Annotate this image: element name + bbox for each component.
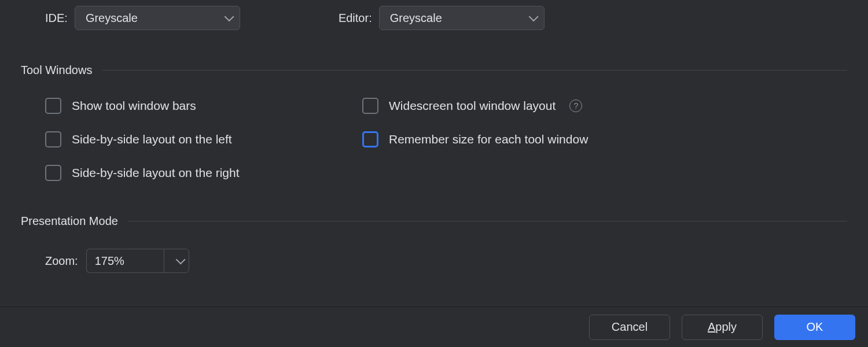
side-by-side-left-checkbox[interactable]: Side-by-side layout on the left <box>45 131 362 147</box>
help-icon[interactable]: ? <box>569 99 582 112</box>
ide-value: Greyscale <box>86 12 138 25</box>
checkbox-icon <box>45 98 61 114</box>
presentation-mode-title: Presentation Mode <box>21 215 118 228</box>
zoom-value[interactable]: 175% <box>86 249 164 273</box>
zoom-label: Zoom: <box>45 254 78 268</box>
editor-label: Editor: <box>339 12 372 25</box>
checkbox-label: Side-by-side layout on the right <box>72 166 240 180</box>
ide-dropdown[interactable]: Greyscale <box>75 6 240 30</box>
checkbox-icon <box>362 131 378 147</box>
zoom-combo[interactable]: 175% <box>86 249 189 273</box>
widescreen-layout-checkbox[interactable]: Widescreen tool window layout ? <box>362 98 847 114</box>
section-divider <box>128 221 847 222</box>
cancel-button[interactable]: Cancel <box>589 315 670 340</box>
ide-label: IDE: <box>45 12 68 25</box>
tool-windows-title: Tool Windows <box>21 64 92 77</box>
apply-mnemonic: A <box>708 320 715 333</box>
ok-button[interactable]: OK <box>774 315 855 340</box>
apply-rest: pply <box>715 320 737 333</box>
checkbox-icon <box>45 131 61 147</box>
chevron-down-icon <box>528 12 538 21</box>
checkbox-label: Remember size for each tool window <box>389 132 588 146</box>
show-tool-window-bars-checkbox[interactable]: Show tool window bars <box>45 98 362 114</box>
checkbox-label: Widescreen tool window layout <box>389 99 556 113</box>
apply-button[interactable]: Apply <box>682 315 763 340</box>
checkbox-icon <box>362 98 378 114</box>
checkbox-label: Show tool window bars <box>72 99 196 113</box>
editor-value: Greyscale <box>390 12 442 25</box>
chevron-down-icon <box>225 12 234 21</box>
chevron-down-icon <box>175 254 185 264</box>
zoom-dropdown-button[interactable] <box>164 249 189 273</box>
section-divider <box>102 70 847 71</box>
editor-dropdown[interactable]: Greyscale <box>379 6 545 30</box>
remember-size-checkbox[interactable]: Remember size for each tool window <box>362 131 847 147</box>
dialog-footer: Cancel Apply OK <box>0 307 868 347</box>
side-by-side-right-checkbox[interactable]: Side-by-side layout on the right <box>45 165 362 181</box>
checkbox-icon <box>45 165 61 181</box>
checkbox-label: Side-by-side layout on the left <box>72 132 232 146</box>
